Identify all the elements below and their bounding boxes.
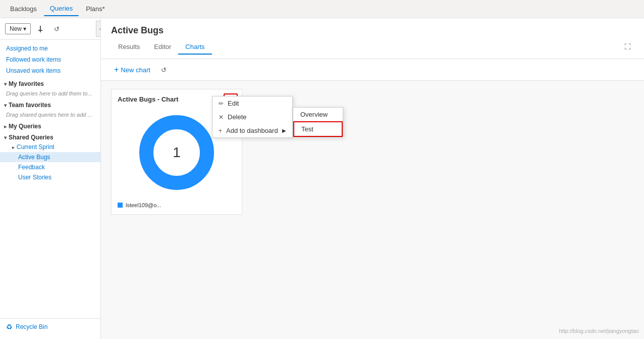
my-favorites-hint: Drag queries here to add them to... [0, 88, 100, 99]
page-title: Active Bugs [111, 25, 634, 36]
shared-queries-section: ▾ Shared Queries ▸ Current Sprint Active… [0, 131, 100, 182]
team-favorites-header[interactable]: ▾ Team favorites [0, 99, 100, 110]
top-nav: Backlogs Queries Plans* [0, 0, 644, 18]
sidebar-link-unsaved[interactable]: Unsaved work items [0, 65, 100, 76]
content-area: Active Bugs Results Editor Charts ⛶ + Ne… [101, 18, 644, 339]
chart-legend: lsteel109@o... [118, 202, 236, 208]
new-button[interactable]: New ▾ [5, 23, 31, 34]
my-queries-section: ▸ My Queries [0, 120, 100, 131]
team-favorites-section: ▾ Team favorites Drag shared queries her… [0, 99, 100, 120]
nav-queries[interactable]: Queries [44, 2, 79, 16]
sidebar-link-assigned[interactable]: Assigned to me [0, 43, 100, 54]
svg-text:1: 1 [175, 171, 178, 177]
nav-backlogs[interactable]: Backlogs [4, 2, 43, 16]
nav-plans[interactable]: Plans* [80, 2, 111, 16]
context-menu-delete[interactable]: ✕ Delete [212, 110, 292, 124]
tab-editor[interactable]: Editor [147, 40, 178, 55]
current-sprint-header[interactable]: ▸ Current Sprint [0, 142, 100, 152]
context-menu: ✏ Edit ✕ Delete + Add to dashboard ▶ [212, 96, 293, 138]
legend-color-dot [118, 203, 123, 208]
svg-rect-2 [40, 31, 41, 32]
tab-charts[interactable]: Charts [178, 40, 211, 55]
context-menu-add-dashboard[interactable]: + Add to dashboard ▶ [212, 124, 292, 137]
sidebar-item-active-bugs[interactable]: Active Bugs [0, 152, 100, 162]
submenu-arrow-icon: ▶ [282, 128, 286, 133]
delete-icon: ✕ [219, 114, 224, 121]
edit-icon: ✏ [219, 100, 224, 107]
tab-results[interactable]: Results [111, 40, 147, 55]
submenu-item-overview[interactable]: Overview [293, 108, 343, 121]
sidebar-link-followed[interactable]: Followed work items [0, 54, 100, 65]
shared-queries-header[interactable]: ▾ Shared Queries [0, 131, 100, 142]
fullscreen-button[interactable]: ⛶ [621, 40, 634, 53]
context-menu-edit[interactable]: ✏ Edit [212, 96, 292, 110]
content-toolbar: + New chart ↺ [101, 59, 644, 81]
pin-button[interactable] [34, 22, 47, 35]
recycle-bin[interactable]: ♻ Recycle Bin [0, 318, 100, 335]
watermark: http://blog.csdn.net/jiangyongtao [559, 328, 639, 334]
svg-rect-1 [38, 30, 42, 31]
my-favorites-section: ▾ My favorites Drag queries here to add … [0, 77, 100, 99]
team-favorites-hint: Drag shared queries here to add ... [0, 110, 100, 120]
collapse-sidebar-button[interactable]: ‹ [96, 21, 101, 37]
quick-links: Assigned to me Followed work items Unsav… [0, 40, 100, 77]
sidebar-toolbar: New ▾ ↺ ‹ [0, 18, 100, 40]
sidebar-item-user-stories[interactable]: User Stories [0, 172, 100, 182]
add-icon: + [219, 127, 222, 134]
submenu: Overview Test [293, 107, 343, 137]
sidebar: New ▾ ↺ ‹ Assigned to me Followed work i… [0, 18, 101, 339]
legend-label: lsteel109@o... [126, 202, 162, 208]
content-body: Active Bugs - Chart ··· 1 1 [101, 81, 644, 339]
sidebar-item-feedback[interactable]: Feedback [0, 162, 100, 172]
refresh-charts-button[interactable]: ↺ [157, 63, 171, 76]
refresh-sidebar-button[interactable]: ↺ [50, 22, 63, 35]
new-chart-button[interactable]: + New chart [111, 64, 153, 76]
plus-icon: + [114, 65, 119, 74]
content-header: Active Bugs Results Editor Charts ⛶ [101, 18, 644, 59]
content-tabs: Results Editor Charts ⛶ [111, 40, 634, 55]
my-favorites-header[interactable]: ▾ My favorites [0, 77, 100, 88]
my-queries-header[interactable]: ▸ My Queries [0, 120, 100, 131]
donut-center-label: 1 [173, 144, 181, 161]
svg-rect-0 [40, 26, 41, 30]
submenu-item-test[interactable]: Test [293, 121, 343, 137]
